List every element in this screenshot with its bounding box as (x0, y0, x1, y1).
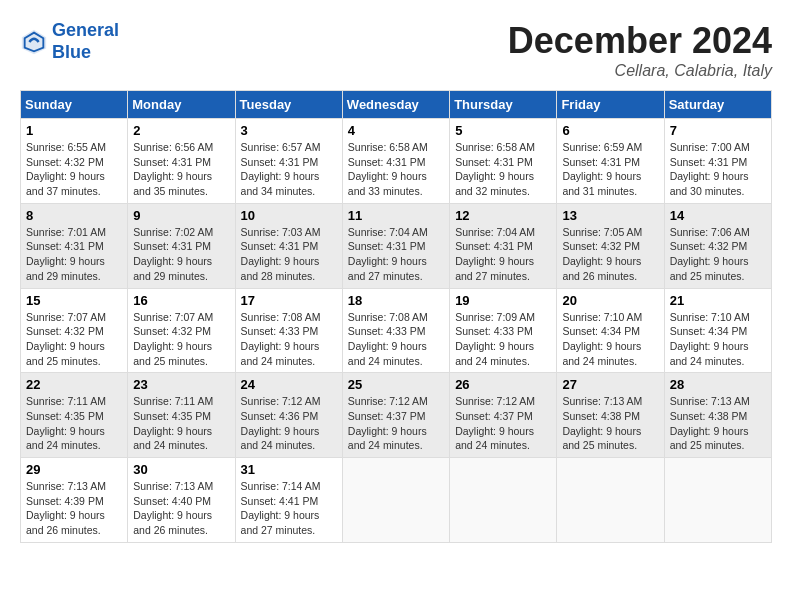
day-number: 17 (241, 293, 337, 308)
calendar-cell: 22 Sunrise: 7:11 AM Sunset: 4:35 PM Dayl… (21, 373, 128, 458)
calendar-cell: 3 Sunrise: 6:57 AM Sunset: 4:31 PM Dayli… (235, 119, 342, 204)
day-info: Sunrise: 7:10 AM Sunset: 4:34 PM Dayligh… (562, 310, 658, 369)
sunset: Sunset: 4:34 PM (562, 325, 640, 337)
day-info: Sunrise: 7:08 AM Sunset: 4:33 PM Dayligh… (348, 310, 444, 369)
day-number: 21 (670, 293, 766, 308)
sunset: Sunset: 4:34 PM (670, 325, 748, 337)
sunset: Sunset: 4:35 PM (133, 410, 211, 422)
sunset: Sunset: 4:40 PM (133, 495, 211, 507)
day-info: Sunrise: 6:55 AM Sunset: 4:32 PM Dayligh… (26, 140, 122, 199)
calendar-cell: 20 Sunrise: 7:10 AM Sunset: 4:34 PM Dayl… (557, 288, 664, 373)
week-row-3: 15 Sunrise: 7:07 AM Sunset: 4:32 PM Dayl… (21, 288, 772, 373)
sunrise: Sunrise: 7:12 AM (455, 395, 535, 407)
sunrise: Sunrise: 7:05 AM (562, 226, 642, 238)
day-info: Sunrise: 7:06 AM Sunset: 4:32 PM Dayligh… (670, 225, 766, 284)
day-info: Sunrise: 7:12 AM Sunset: 4:37 PM Dayligh… (348, 394, 444, 453)
sunrise: Sunrise: 6:59 AM (562, 141, 642, 153)
day-number: 6 (562, 123, 658, 138)
sunset: Sunset: 4:38 PM (562, 410, 640, 422)
daylight: Daylight: 9 hours and 29 minutes. (26, 255, 105, 282)
daylight: Daylight: 9 hours and 29 minutes. (133, 255, 212, 282)
day-info: Sunrise: 7:04 AM Sunset: 4:31 PM Dayligh… (348, 225, 444, 284)
daylight: Daylight: 9 hours and 31 minutes. (562, 170, 641, 197)
calendar-cell: 2 Sunrise: 6:56 AM Sunset: 4:31 PM Dayli… (128, 119, 235, 204)
calendar-cell: 11 Sunrise: 7:04 AM Sunset: 4:31 PM Dayl… (342, 203, 449, 288)
page-header: General Blue December 2024 Cellara, Cala… (20, 20, 772, 80)
day-number: 9 (133, 208, 229, 223)
sunset: Sunset: 4:32 PM (562, 240, 640, 252)
daylight: Daylight: 9 hours and 28 minutes. (241, 255, 320, 282)
sunrise: Sunrise: 7:00 AM (670, 141, 750, 153)
sunrise: Sunrise: 7:13 AM (133, 480, 213, 492)
day-number: 13 (562, 208, 658, 223)
sunrise: Sunrise: 7:03 AM (241, 226, 321, 238)
day-number: 5 (455, 123, 551, 138)
logo-text: General Blue (52, 20, 119, 63)
calendar-cell: 14 Sunrise: 7:06 AM Sunset: 4:32 PM Dayl… (664, 203, 771, 288)
day-number: 18 (348, 293, 444, 308)
sunrise: Sunrise: 7:08 AM (348, 311, 428, 323)
day-number: 31 (241, 462, 337, 477)
day-info: Sunrise: 6:58 AM Sunset: 4:31 PM Dayligh… (348, 140, 444, 199)
daylight: Daylight: 9 hours and 24 minutes. (562, 340, 641, 367)
daylight: Daylight: 9 hours and 25 minutes. (670, 425, 749, 452)
daylight: Daylight: 9 hours and 24 minutes. (455, 340, 534, 367)
calendar-cell: 25 Sunrise: 7:12 AM Sunset: 4:37 PM Dayl… (342, 373, 449, 458)
sunset: Sunset: 4:37 PM (455, 410, 533, 422)
sunset: Sunset: 4:33 PM (348, 325, 426, 337)
daylight: Daylight: 9 hours and 26 minutes. (26, 509, 105, 536)
sunset: Sunset: 4:33 PM (455, 325, 533, 337)
daylight: Daylight: 9 hours and 37 minutes. (26, 170, 105, 197)
sunrise: Sunrise: 7:02 AM (133, 226, 213, 238)
day-info: Sunrise: 7:09 AM Sunset: 4:33 PM Dayligh… (455, 310, 551, 369)
month-title: December 2024 (508, 20, 772, 62)
calendar-cell: 26 Sunrise: 7:12 AM Sunset: 4:37 PM Dayl… (450, 373, 557, 458)
daylight: Daylight: 9 hours and 30 minutes. (670, 170, 749, 197)
sunset: Sunset: 4:32 PM (133, 325, 211, 337)
sunrise: Sunrise: 7:01 AM (26, 226, 106, 238)
logo: General Blue (20, 20, 119, 63)
weekday-header-wednesday: Wednesday (342, 91, 449, 119)
day-info: Sunrise: 7:03 AM Sunset: 4:31 PM Dayligh… (241, 225, 337, 284)
sunrise: Sunrise: 6:58 AM (348, 141, 428, 153)
sunrise: Sunrise: 7:09 AM (455, 311, 535, 323)
calendar-cell: 23 Sunrise: 7:11 AM Sunset: 4:35 PM Dayl… (128, 373, 235, 458)
daylight: Daylight: 9 hours and 27 minutes. (241, 509, 320, 536)
sunset: Sunset: 4:31 PM (455, 240, 533, 252)
day-info: Sunrise: 6:59 AM Sunset: 4:31 PM Dayligh… (562, 140, 658, 199)
daylight: Daylight: 9 hours and 25 minutes. (562, 425, 641, 452)
day-info: Sunrise: 7:07 AM Sunset: 4:32 PM Dayligh… (26, 310, 122, 369)
daylight: Daylight: 9 hours and 35 minutes. (133, 170, 212, 197)
calendar-cell: 10 Sunrise: 7:03 AM Sunset: 4:31 PM Dayl… (235, 203, 342, 288)
sunset: Sunset: 4:31 PM (133, 240, 211, 252)
daylight: Daylight: 9 hours and 24 minutes. (241, 425, 320, 452)
calendar-cell (342, 458, 449, 543)
day-info: Sunrise: 6:56 AM Sunset: 4:31 PM Dayligh… (133, 140, 229, 199)
day-info: Sunrise: 7:13 AM Sunset: 4:40 PM Dayligh… (133, 479, 229, 538)
day-number: 2 (133, 123, 229, 138)
day-number: 10 (241, 208, 337, 223)
day-number: 11 (348, 208, 444, 223)
sunset: Sunset: 4:31 PM (26, 240, 104, 252)
day-number: 3 (241, 123, 337, 138)
sunset: Sunset: 4:31 PM (241, 240, 319, 252)
sunrise: Sunrise: 6:57 AM (241, 141, 321, 153)
day-number: 16 (133, 293, 229, 308)
day-number: 22 (26, 377, 122, 392)
day-info: Sunrise: 6:57 AM Sunset: 4:31 PM Dayligh… (241, 140, 337, 199)
day-number: 26 (455, 377, 551, 392)
sunset: Sunset: 4:32 PM (26, 325, 104, 337)
sunrise: Sunrise: 6:55 AM (26, 141, 106, 153)
day-number: 19 (455, 293, 551, 308)
day-info: Sunrise: 7:14 AM Sunset: 4:41 PM Dayligh… (241, 479, 337, 538)
day-number: 24 (241, 377, 337, 392)
calendar-cell: 21 Sunrise: 7:10 AM Sunset: 4:34 PM Dayl… (664, 288, 771, 373)
sunset: Sunset: 4:36 PM (241, 410, 319, 422)
calendar-cell: 29 Sunrise: 7:13 AM Sunset: 4:39 PM Dayl… (21, 458, 128, 543)
day-info: Sunrise: 7:11 AM Sunset: 4:35 PM Dayligh… (133, 394, 229, 453)
daylight: Daylight: 9 hours and 24 minutes. (348, 340, 427, 367)
sunrise: Sunrise: 7:11 AM (133, 395, 213, 407)
day-number: 28 (670, 377, 766, 392)
calendar-cell (557, 458, 664, 543)
day-info: Sunrise: 7:11 AM Sunset: 4:35 PM Dayligh… (26, 394, 122, 453)
